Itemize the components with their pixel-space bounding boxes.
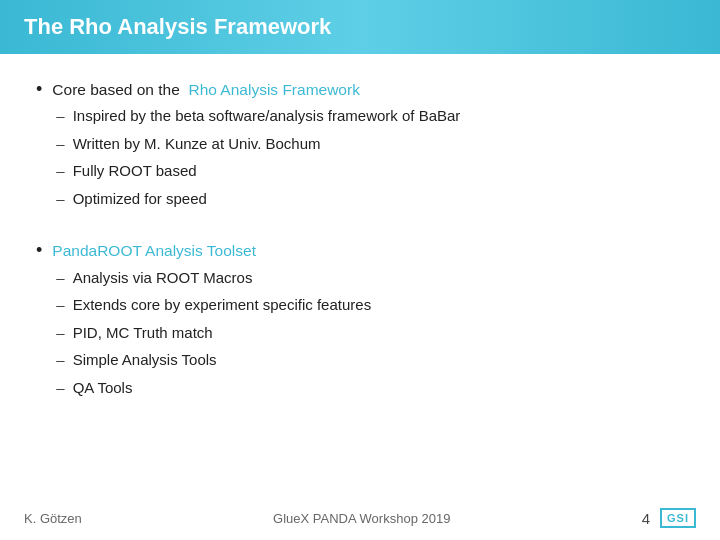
footer-event: GlueX PANDA Workshop 2019 (273, 511, 450, 526)
bullet-rho-prefix: Core based on the (52, 81, 180, 98)
panda-sub-text-1: Extends core by experiment specific feat… (73, 294, 371, 316)
slide-content: • Core based on the Rho Analysis Framewo… (0, 54, 720, 404)
dash-2: – (56, 160, 64, 183)
panda-sub-text-3: Simple Analysis Tools (73, 349, 217, 371)
dash-3: – (56, 188, 64, 211)
sub-item-2: – Fully ROOT based (56, 160, 460, 183)
sub-item-3: – Optimized for speed (56, 188, 460, 211)
section-panda: • PandaROOT Analysis Toolset – Analysis … (36, 239, 684, 404)
rho-framework-link: Rho Analysis Framework (188, 81, 359, 98)
rho-sub-list: – Inspired by the beta software/analysis… (56, 105, 460, 210)
panda-sub-text-4: QA Tools (73, 377, 133, 399)
gsi-logo: GSI (660, 508, 696, 528)
sub-text-2: Fully ROOT based (73, 160, 197, 182)
bullet-panda-text: PandaROOT Analysis Toolset – Analysis vi… (52, 239, 371, 404)
panda-dash-0: – (56, 267, 64, 290)
bullet-rho: • Core based on the Rho Analysis Framewo… (36, 78, 684, 215)
bullet-dot-1: • (36, 79, 42, 100)
panda-sub-item-1: – Extends core by experiment specific fe… (56, 294, 371, 317)
footer-page: 4 (642, 510, 650, 527)
dash-1: – (56, 133, 64, 156)
panda-dash-3: – (56, 349, 64, 372)
panda-sub-item-4: – QA Tools (56, 377, 371, 400)
sub-item-1: – Written by M. Kunze at Univ. Bochum (56, 133, 460, 156)
bullet-rho-text: Core based on the Rho Analysis Framework… (52, 78, 460, 215)
panda-sub-item-3: – Simple Analysis Tools (56, 349, 371, 372)
panda-sub-text-2: PID, MC Truth match (73, 322, 213, 344)
panda-sub-item-2: – PID, MC Truth match (56, 322, 371, 345)
dash-0: – (56, 105, 64, 128)
panda-dash-4: – (56, 377, 64, 400)
panda-sub-text-0: Analysis via ROOT Macros (73, 267, 253, 289)
sub-text-3: Optimized for speed (73, 188, 207, 210)
bullet-panda: • PandaROOT Analysis Toolset – Analysis … (36, 239, 684, 404)
sub-item-0: – Inspired by the beta software/analysis… (56, 105, 460, 128)
sub-text-0: Inspired by the beta software/analysis f… (73, 105, 461, 127)
bullet-dot-2: • (36, 240, 42, 261)
footer-author: K. Götzen (24, 511, 82, 526)
panda-sub-list: – Analysis via ROOT Macros – Extends cor… (56, 267, 371, 400)
panda-sub-item-0: – Analysis via ROOT Macros (56, 267, 371, 290)
header-title: The Rho Analysis Framework (24, 14, 331, 39)
slide-footer: K. Götzen GlueX PANDA Workshop 2019 4 GS… (0, 508, 720, 528)
section-rho: • Core based on the Rho Analysis Framewo… (36, 78, 684, 215)
sub-text-1: Written by M. Kunze at Univ. Bochum (73, 133, 321, 155)
slide-header: The Rho Analysis Framework (0, 0, 720, 54)
panda-dash-2: – (56, 322, 64, 345)
panda-toolset-link: PandaROOT Analysis Toolset (52, 242, 256, 259)
footer-right-group: 4 GSI (642, 508, 696, 528)
panda-dash-1: – (56, 294, 64, 317)
